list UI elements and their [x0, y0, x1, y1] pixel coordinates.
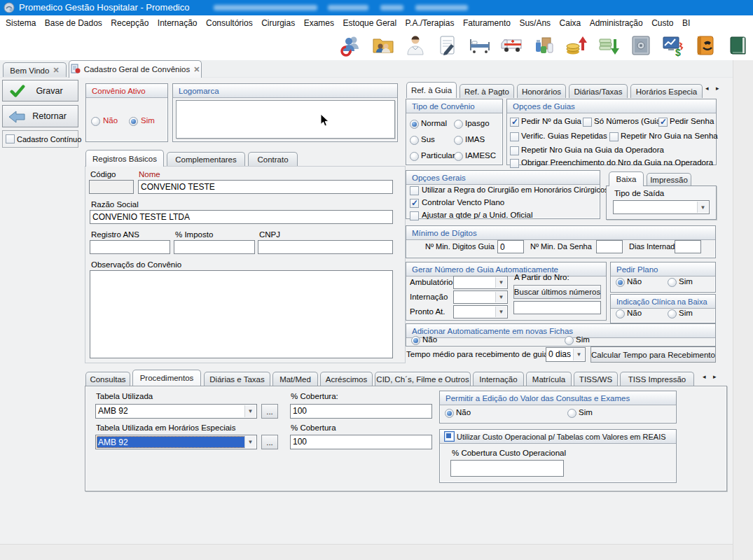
pedir-num-guia-checkbox[interactable]: [510, 118, 519, 127]
menu-base-de-dados[interactable]: Base de Dados: [42, 15, 105, 31]
menu-consultorios[interactable]: Consultórios: [203, 15, 256, 31]
indicacao-sim-label[interactable]: Sim: [679, 309, 693, 317]
ledger-book-icon[interactable]: [724, 32, 751, 59]
buscar-numeros-button[interactable]: Buscar últimos números: [513, 285, 601, 299]
tab-ref-a-pagto[interactable]: Ref. à Pagto: [460, 84, 514, 98]
razao-social-field[interactable]: CONVENIO TESTE LTDA: [90, 210, 393, 224]
pedir-senha-label[interactable]: Pedir Senha: [670, 117, 714, 125]
permitir-nao-radio[interactable]: [445, 409, 454, 418]
tab-bem-vindo-close-icon[interactable]: ✕: [53, 66, 59, 75]
tipo-imas-radio[interactable]: [454, 136, 463, 145]
tab-mat-med[interactable]: Mat/Med: [272, 372, 318, 386]
ajustar-qtde-label[interactable]: Ajustar a qtde p/ a Unid. Oficial: [422, 211, 533, 219]
tipo-sus-label[interactable]: Sus: [421, 135, 435, 144]
pedir-num-guia-label[interactable]: Pedir Nº da Guia: [521, 117, 581, 125]
pedir-plano-nao-label[interactable]: Não: [627, 277, 642, 286]
pedir-senha-checkbox[interactable]: [658, 118, 668, 127]
registro-ans-field[interactable]: [90, 240, 170, 254]
controlar-vencto-checkbox[interactable]: [410, 199, 419, 208]
regra-cirurgiao-checkbox[interactable]: [410, 186, 419, 195]
pedir-plano-nao-radio[interactable]: [616, 278, 625, 287]
repetir-nro-senha-checkbox[interactable]: [609, 132, 619, 141]
tipo-saida-combobox[interactable]: ▼: [613, 200, 710, 214]
tab-contrato[interactable]: Contrato: [248, 152, 298, 167]
permitir-nao-label[interactable]: Não: [456, 408, 471, 416]
menu-cirurgias[interactable]: Cirurgias: [258, 15, 298, 31]
indicacao-nao-radio[interactable]: [616, 309, 625, 318]
tab-impressao[interactable]: Impressão: [647, 173, 691, 186]
min-digitos-guia-field[interactable]: 0: [497, 240, 524, 253]
continuous-register-toggle[interactable]: Cadastro Contínuo: [2, 130, 78, 148]
tipo-imas-label[interactable]: IMAS: [465, 135, 485, 144]
tab-registros-basicos[interactable]: Registros Básicos: [85, 150, 164, 167]
menu-administracao[interactable]: Administração: [587, 15, 646, 31]
custo-operacional-checkbox[interactable]: [444, 431, 455, 442]
permitir-sim-label[interactable]: Sim: [579, 408, 593, 416]
permitir-sim-radio[interactable]: [567, 409, 576, 418]
tabela-browse-button[interactable]: ...: [261, 404, 278, 419]
obrigar-preenchimento-label[interactable]: Obrigar Preenchimento do Nro da Guia na …: [521, 158, 713, 167]
tempo-medio-combobox[interactable]: 0 dias▼: [546, 347, 586, 362]
menu-custo[interactable]: Custo: [649, 15, 676, 31]
pedir-plano-sim-radio[interactable]: [668, 278, 677, 287]
tab-cid-chs[interactable]: CID, Ch´s, Filme e Outros: [375, 372, 471, 386]
indicacao-sim-radio[interactable]: [668, 309, 677, 318]
menu-faturamento[interactable]: Faturamento: [460, 15, 513, 31]
verific-guias-label[interactable]: Verific. Guias Repetidas: [521, 132, 607, 140]
tabela-especiais-combobox[interactable]: AMB 92 ▼: [95, 435, 257, 449]
tipo-ipasgo-radio[interactable]: [454, 120, 463, 129]
menu-sus-ans[interactable]: Sus/Ans: [516, 15, 553, 31]
save-button[interactable]: Gravar: [2, 80, 78, 102]
tab-honorarios[interactable]: Honorários: [517, 84, 566, 98]
convenio-ativo-nao-radio[interactable]: [91, 117, 100, 126]
repetir-nro-operadora-checkbox[interactable]: [510, 146, 519, 155]
phonebook-icon[interactable]: [692, 32, 719, 59]
controlar-vencto-label[interactable]: Controlar Vencto Plano: [422, 198, 504, 206]
repetir-nro-senha-label[interactable]: Repetir Nro Guia na Senha: [621, 132, 718, 140]
contract-icon[interactable]: [434, 32, 461, 59]
pedir-plano-sim-label[interactable]: Sim: [679, 277, 693, 286]
pronto-at-combobox[interactable]: ▼: [453, 305, 508, 318]
verific-guias-checkbox[interactable]: [510, 132, 519, 141]
tab-cadastro-geral-convenios[interactable]: Cadastro Geral de Convênios ✕: [69, 60, 202, 78]
cobertura2-field[interactable]: 100: [290, 435, 432, 449]
tab-matricula[interactable]: Matrícula: [526, 372, 572, 386]
sync-users-icon[interactable]: [338, 32, 364, 59]
ref-tabs-scroll-arrows[interactable]: ◂ ▸: [705, 85, 722, 92]
observacoes-field[interactable]: [90, 270, 393, 358]
tipo-particular-label[interactable]: Particular: [421, 151, 455, 160]
adicionar-sim-radio[interactable]: [565, 336, 574, 345]
tabela-utilizada-combobox[interactable]: AMB 92▼: [95, 404, 257, 419]
cnpj-field[interactable]: [258, 240, 393, 254]
menu-caixa[interactable]: Caixa: [557, 15, 584, 31]
ambulatorio-combobox[interactable]: ▼: [453, 276, 508, 289]
adicionar-nao-label[interactable]: Não: [422, 335, 437, 344]
adicionar-sim-label[interactable]: Sim: [576, 335, 590, 344]
tab-consultas[interactable]: Consultas: [85, 372, 130, 386]
tab-horarios-especiais[interactable]: Horários Especia: [630, 84, 703, 98]
tab-procedimentos[interactable]: Procedimentos: [132, 370, 201, 386]
regra-cirurgiao-label[interactable]: Utilizar a Regra do Cirurgião em Honorár…: [422, 186, 609, 194]
custo-cobertura-field[interactable]: [450, 460, 564, 477]
ambulance-icon[interactable]: [499, 32, 525, 59]
so-numeros-label[interactable]: Só Números (Guia): [594, 117, 663, 125]
internacao-combobox[interactable]: ▼: [453, 290, 508, 304]
revenue-up-icon[interactable]: [563, 32, 590, 59]
tab-diarias-e-taxas[interactable]: Diárias e Taxas: [204, 372, 270, 386]
doctor-icon[interactable]: [402, 32, 429, 59]
dias-internado-field[interactable]: [675, 240, 701, 253]
adicionar-nao-radio[interactable]: [411, 336, 420, 345]
so-numeros-checkbox[interactable]: [583, 118, 592, 127]
a-partir-field[interactable]: [513, 301, 601, 314]
tab-baixa[interactable]: Baixa: [609, 172, 644, 186]
menu-bi[interactable]: BI: [679, 15, 693, 31]
tab-cadastro-close-icon[interactable]: ✕: [193, 65, 200, 74]
safe-icon[interactable]: [628, 32, 654, 59]
hospital-bed-icon[interactable]: [467, 32, 493, 59]
tab-ref-a-guia[interactable]: Ref. à Guia: [406, 82, 457, 98]
tab-acrescimos[interactable]: Acréscimos: [320, 372, 373, 386]
tab-diarias-taxas[interactable]: Diárias/Taxas: [569, 84, 628, 98]
menu-sistema[interactable]: Sistema: [3, 15, 39, 31]
tipo-particular-radio[interactable]: [410, 152, 419, 161]
tab-tiss-ws[interactable]: TISS/WS: [574, 372, 618, 386]
